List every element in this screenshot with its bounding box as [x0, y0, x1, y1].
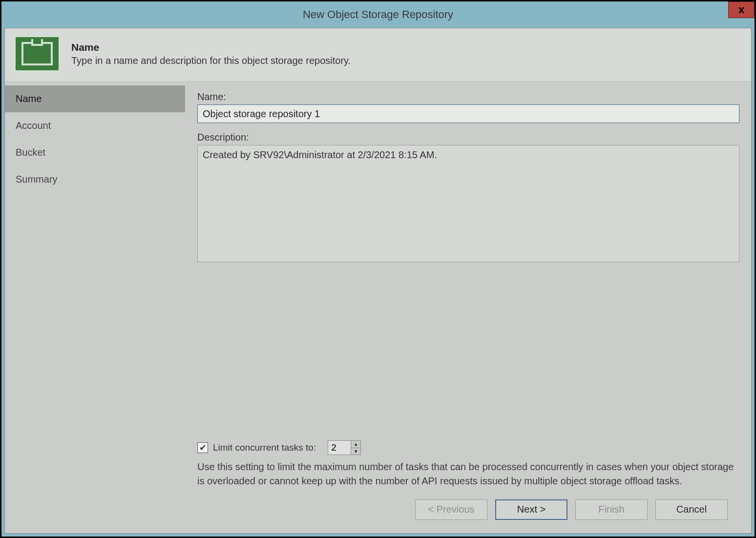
description-label: Description:	[197, 132, 739, 143]
sidebar-item-label: Name	[16, 93, 42, 104]
limit-tasks-value[interactable]	[328, 441, 351, 455]
page-subtitle: Type in a name and description for this …	[71, 55, 351, 66]
titlebar: New Object Storage Repository x	[1, 1, 755, 28]
description-textarea[interactable]: Created by SRV92\Administrator at 2/3/20…	[197, 145, 739, 262]
close-icon: x	[738, 3, 744, 16]
limit-tasks-label: Limit concurrent tasks to:	[213, 442, 316, 453]
close-button[interactable]: x	[728, 1, 755, 18]
wizard-body: Name Account Bucket Summary Name: Descri…	[5, 82, 751, 533]
sidebar-item-bucket[interactable]: Bucket	[5, 139, 185, 166]
window-title: New Object Storage Repository	[303, 8, 453, 21]
name-label: Name:	[197, 91, 739, 103]
wizard-header: Name Type in a name and description for …	[5, 28, 751, 82]
limit-help-text: Use this setting to limit the maximum nu…	[197, 460, 739, 488]
limit-tasks-spinner[interactable]: ▲ ▼	[328, 440, 361, 455]
next-button[interactable]: Next >	[495, 499, 567, 520]
wizard-content: Name: Description: Created by SRV92\Admi…	[186, 82, 751, 533]
limit-tasks-row: ✔ Limit concurrent tasks to: ▲ ▼	[197, 440, 739, 455]
sidebar-item-label: Bucket	[16, 147, 45, 158]
name-input[interactable]	[197, 104, 739, 123]
sidebar-item-name[interactable]: Name	[5, 85, 185, 112]
wizard-sidebar: Name Account Bucket Summary	[5, 82, 186, 533]
client-area: Name Type in a name and description for …	[4, 28, 752, 534]
wizard-window: New Object Storage Repository x Name Typ…	[0, 0, 756, 538]
spinner-up-icon[interactable]: ▲	[351, 441, 360, 448]
sidebar-item-summary[interactable]: Summary	[5, 166, 185, 193]
sidebar-item-label: Account	[16, 120, 51, 131]
header-text: Name Type in a name and description for …	[71, 41, 351, 66]
page-title: Name	[71, 41, 351, 53]
sidebar-item-account[interactable]: Account	[5, 112, 185, 139]
checkmark-icon: ✔	[199, 443, 207, 452]
wizard-footer: < Previous Next > Finish Cancel	[197, 490, 739, 528]
sidebar-item-label: Summary	[16, 174, 58, 185]
spinner-down-icon[interactable]: ▼	[351, 448, 360, 455]
previous-button: < Previous	[415, 499, 487, 520]
cancel-button[interactable]: Cancel	[655, 499, 728, 520]
storage-icon	[14, 35, 61, 72]
limit-tasks-checkbox[interactable]: ✔	[197, 442, 208, 453]
finish-button: Finish	[575, 499, 648, 520]
